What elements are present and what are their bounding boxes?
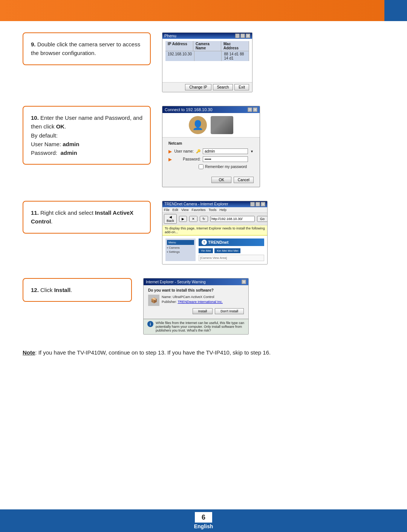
browser-sidebar: Menu ▪ Camera ▪ Settings (165, 238, 196, 261)
cell-ip: 192.168.10.30 (165, 51, 194, 61)
login-close-btn[interactable]: ✕ (253, 107, 257, 112)
password-input[interactable] (203, 156, 248, 162)
browser-video-area: [Camera View Area] (199, 255, 264, 261)
login-body: Netcam ▶ User name: 🔑 ▼ ▶ Password: Reme… (162, 138, 260, 175)
browser-maximize[interactable]: □ (256, 202, 260, 206)
sidebar-header: Menu (167, 240, 194, 245)
login-win-buttons: ? ✕ (248, 107, 257, 112)
top-bar (0, 0, 407, 21)
password-row: ▶ Password: (168, 156, 254, 162)
note-label: Note (23, 349, 35, 356)
menu-edit[interactable]: Edit (173, 208, 179, 212)
step-9-text: Double click the camera server to access… (31, 41, 140, 56)
remember-checkbox[interactable] (199, 164, 204, 169)
sec-publisher-row: Publisher: TRENDware International Inc. (162, 300, 223, 304)
sec-close-btn[interactable]: ✕ (242, 280, 246, 284)
password-arrow-icon: ▶ (168, 157, 172, 162)
win-minimize-btn[interactable]: _ (235, 34, 240, 38)
browser-main: T TRENDnet Yin Mei Kin Mei Moi Mei [Came… (199, 238, 264, 261)
sidebar-item-1: ▪ Camera (167, 246, 194, 249)
col-ip: IP Address (165, 41, 193, 51)
menu-help[interactable]: Help (219, 208, 226, 212)
browser-content: Menu ▪ Camera ▪ Settings T TRENDnet Yin … (162, 235, 267, 264)
install-button[interactable]: Install (193, 308, 213, 314)
step-12-number: 12. (31, 287, 39, 293)
password-label: Password: (174, 157, 200, 161)
login-titlebar: Connect to 192.168.10.30 ? ✕ (162, 106, 260, 113)
search-button[interactable]: Search (213, 84, 233, 90)
activex-msg: To display this page, Internet Explorer … (165, 226, 265, 234)
stop-btn[interactable]: ✕ (189, 216, 197, 222)
forward-btn[interactable]: ▶ (179, 216, 187, 222)
sidebar-item-2: ▪ Settings (167, 250, 194, 254)
cell-mac: 88 14 d1 88 14 d1 (222, 51, 249, 61)
username-arrow-icon: ▶ (168, 149, 172, 154)
page-language: English (194, 523, 213, 529)
cancel-button[interactable]: Cancel (234, 177, 254, 183)
step-12-row: 12. Click Install. Internet Explorer - S… (23, 278, 384, 335)
win-9-buttons: _ □ ✕ (235, 34, 250, 38)
win-close-btn[interactable]: ✕ (246, 34, 250, 38)
step-10-text-part1: Enter the User name and Password, and th… (31, 115, 142, 156)
sec-footer: i While files from the Internet can be u… (144, 319, 248, 334)
kin-mei-btn[interactable]: Kin Mei Moi Mei (214, 248, 240, 253)
browser-menubar: File Edit View Favorites Tools Help (162, 207, 267, 213)
step-9-row: 9. Double click the camera server to acc… (23, 32, 384, 92)
win-9-title: Phenu (164, 34, 176, 38)
sec-info: Name: UltraIPCam ActiveX Control Publish… (162, 295, 223, 304)
ok-button[interactable]: OK (211, 177, 231, 183)
username-input[interactable] (203, 148, 248, 154)
address-bar[interactable] (210, 216, 255, 222)
login-title: Connect to 192.168.10.30 (165, 107, 213, 112)
win-9-content: IP Address Camera Name Mac Address 192.1… (162, 39, 252, 82)
step-12-text: Click Install. (40, 287, 72, 293)
browser-titlebar: TRENDnet Camera - Internet Explorer _ □ … (162, 201, 267, 207)
login-footer: OK Cancel (162, 175, 260, 187)
sec-name-row: Name: UltraIPCam ActiveX Control (162, 295, 223, 300)
note-section: Note: If you have the TV-IP410W, continu… (23, 348, 384, 357)
sec-warning-text: While files from the Internet can be use… (156, 321, 245, 332)
browser-minimize[interactable]: _ (250, 202, 255, 206)
menu-tools[interactable]: Tools (208, 208, 216, 212)
username-label: User name: (174, 149, 194, 153)
step-11-row: 11. Right click and select Install Activ… (23, 201, 384, 264)
sec-body: Do you want to install this software? 📦 … (144, 285, 248, 319)
table-header: IP Address Camera Name Mac Address (165, 41, 249, 51)
software-icon: 📦 (148, 295, 159, 306)
win-maximize-btn[interactable]: □ (240, 34, 245, 38)
username-row: ▶ User name: 🔑 ▼ (168, 148, 254, 154)
back-btn[interactable]: ◀ Back (164, 214, 177, 224)
step-10-row: 10. Enter the User name and Password, an… (23, 106, 384, 187)
site-label: Netcam (168, 141, 254, 145)
step-10-instruction: 10. Enter the User name and Password, an… (23, 106, 151, 165)
step-11-number: 11. (31, 209, 39, 216)
step-10-screenshot: Connect to 192.168.10.30 ? ✕ 👤 Netcam ▶ … (162, 106, 260, 187)
step-9-screenshot: Phenu _ □ ✕ IP Address Camera Name Mac A… (162, 32, 252, 92)
step-11-text: Right click and select Install ActiveX C… (31, 209, 133, 225)
login-help-btn[interactable]: ? (248, 107, 252, 112)
change-ip-button[interactable]: Change IP (185, 84, 211, 90)
publisher-value[interactable]: TRENDware International Inc. (177, 300, 223, 304)
menu-view[interactable]: View (181, 208, 188, 212)
sec-question: Do you want to install this software? (148, 288, 244, 292)
exit-button[interactable]: Exit (234, 84, 249, 90)
step-10-number: 10. (31, 115, 39, 121)
step-11-instruction: 11. Right click and select Install Activ… (23, 201, 151, 234)
go-btn[interactable]: Go (257, 216, 268, 222)
refresh-btn[interactable]: ↻ (200, 216, 208, 222)
browser-close[interactable]: ✕ (261, 202, 265, 206)
win-9-titlebar: Phenu _ □ ✕ (162, 33, 252, 39)
page-footer: 6 English (0, 509, 407, 532)
publisher-label: Publisher: (162, 300, 177, 304)
user-avatar-icon: 👤 (189, 116, 207, 134)
dont-install-button[interactable]: Don't Install (215, 308, 244, 314)
menu-file[interactable]: File (164, 208, 170, 212)
menu-favorites[interactable]: Favorites (191, 208, 205, 212)
yin-mei-btn[interactable]: Yin Mei (199, 248, 213, 253)
sec-software-row: 📦 Name: UltraIPCam ActiveX Control Publi… (148, 295, 244, 306)
user-icon-small: 🔑 (196, 149, 200, 153)
info-circle-icon: i (147, 321, 153, 327)
page-number: 6 (195, 512, 212, 523)
col-camera: Camera Name (193, 41, 221, 51)
remember-row: Remember my password (199, 164, 254, 169)
